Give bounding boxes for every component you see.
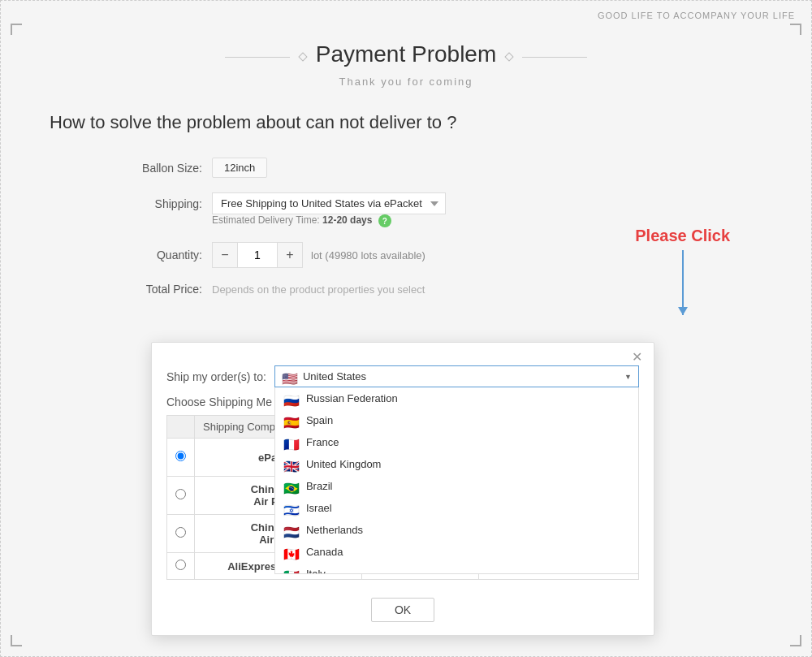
flag-france: 🇫🇷 (283, 437, 300, 447)
please-click-text: Please Click (635, 227, 730, 245)
question-text: How to solve the problem about can not d… (50, 112, 762, 133)
radio-cell-1[interactable] (167, 477, 195, 515)
corner-decoration-br (790, 635, 801, 646)
flag-uk: 🇬🇧 (283, 459, 300, 469)
th-radio (167, 416, 195, 439)
delivery-info: Estimated Delivery Time: 12-20 days ? (212, 214, 446, 227)
arrow-down-icon (682, 250, 684, 315)
flag-brazil: 🇧🇷 (283, 481, 300, 491)
shipping-row: Shipping: Free Shipping to United States… (114, 192, 762, 227)
country-option-france[interactable]: 🇫🇷 France (275, 431, 638, 453)
delivery-days: 12-20 days (322, 214, 372, 226)
corner-decoration-tl (11, 24, 22, 35)
radio-cell-2[interactable] (167, 515, 195, 553)
total-price-value: Depends on the product properties you se… (212, 283, 425, 296)
country-option-italy[interactable]: 🇮🇹 Italy (275, 563, 638, 574)
country-name-israel: Israel (306, 502, 332, 514)
radio-cell-0[interactable] (167, 439, 195, 477)
shipping-select-container: Free Shipping to United States via ePack… (212, 192, 446, 214)
country-name-italy: Italy (306, 568, 326, 574)
balloon-size-row: Ballon Size: 12inch (114, 158, 762, 178)
country-name-netherlands: Netherlands (306, 524, 363, 536)
modal-ship-label: Ship my order(s) to: (166, 370, 266, 383)
flag-russia: 🇷🇺 (283, 393, 300, 404)
flag-spain: 🇪🇸 (283, 415, 300, 426)
quantity-decrease-button[interactable]: − (213, 243, 237, 267)
country-name-canada: Canada (306, 546, 343, 558)
country-option-russia[interactable]: 🇷🇺 Russian Federation (275, 387, 638, 409)
modal-footer: OK (152, 588, 654, 635)
title-line-left (225, 57, 290, 58)
shipping-radio-2[interactable] (175, 527, 186, 538)
country-dropdown[interactable]: 🇷🇺 Russian Federation 🇪🇸 Spain 🇫🇷 France… (274, 387, 639, 574)
quantity-increase-button[interactable]: + (278, 243, 302, 267)
country-select-wrapper: 🇺🇸 United States 🇷🇺 Russian Federation 🇪… (274, 365, 639, 387)
flag-italy: 🇮🇹 (283, 568, 300, 574)
country-name-spain: Spain (306, 414, 333, 426)
balloon-size-value: 12inch (212, 158, 267, 178)
shipping-select-area: Free Shipping to United States via ePack… (212, 192, 446, 227)
shipping-radio-3[interactable] (175, 560, 186, 570)
modal-ship-row: Ship my order(s) to: 🇺🇸 United States 🇷🇺… (152, 354, 654, 395)
country-option-brazil[interactable]: 🇧🇷 Brazil (275, 475, 638, 497)
balloon-size-label: Ballon Size: (114, 162, 212, 175)
quantity-label: Quantity: (114, 249, 212, 262)
page-subtitle: Thank you for coming (50, 76, 762, 88)
country-name-brazil: Brazil (306, 480, 333, 492)
modal-close-button[interactable]: ✕ (632, 351, 642, 364)
please-click-container: Please Click (635, 227, 730, 315)
page-frame: GOOD LIFE TO ACCOMPANY YOUR LIFE Payment… (0, 0, 812, 657)
corner-decoration-bl (11, 635, 22, 646)
selected-country-name: United States (303, 370, 366, 383)
diamond-left (298, 52, 307, 61)
total-price-label: Total Price: (114, 283, 212, 296)
country-name-france: France (306, 436, 339, 448)
country-name-russia: Russian Federation (306, 392, 398, 404)
country-option-netherlands[interactable]: 🇳🇱 Netherlands (275, 519, 638, 541)
flag-canada: 🇨🇦 (283, 547, 300, 557)
modal-header: ✕ (152, 343, 654, 354)
diamond-right (505, 52, 514, 61)
country-option-spain[interactable]: 🇪🇸 Spain (275, 409, 638, 431)
info-icon[interactable]: ? (378, 214, 391, 227)
ok-button[interactable]: OK (371, 598, 434, 622)
radio-cell-3[interactable] (167, 553, 195, 580)
quantity-input[interactable] (237, 243, 278, 267)
country-name-uk: United Kingdom (306, 458, 382, 470)
country-option-uk[interactable]: 🇬🇧 United Kingdom (275, 453, 638, 475)
shipping-radio-1[interactable] (175, 489, 186, 499)
corner-decoration-tr (790, 24, 801, 35)
selected-country-flag: 🇺🇸 (282, 371, 298, 382)
modal-dialog: ✕ Ship my order(s) to: 🇺🇸 United States … (151, 342, 654, 636)
quantity-available: lot (49980 lots available) (311, 249, 425, 262)
shipping-select[interactable]: Free Shipping to United States via ePack… (212, 192, 446, 214)
flag-netherlands: 🇳🇱 (283, 525, 300, 535)
shipping-label: Shipping: (114, 192, 212, 210)
page-title: Payment Problem (316, 41, 497, 67)
title-decoration: Payment Problem (50, 41, 762, 72)
shipping-radio-0[interactable] (175, 451, 186, 461)
country-option-israel[interactable]: 🇮🇱 Israel (275, 497, 638, 519)
country-option-canada[interactable]: 🇨🇦 Canada (275, 541, 638, 563)
flag-israel: 🇮🇱 (283, 503, 300, 513)
quantity-controls: − + (212, 242, 303, 268)
country-select-display[interactable]: 🇺🇸 United States (274, 365, 639, 387)
title-line-right (522, 57, 587, 58)
tagline: GOOD LIFE TO ACCOMPANY YOUR LIFE (598, 11, 795, 20)
